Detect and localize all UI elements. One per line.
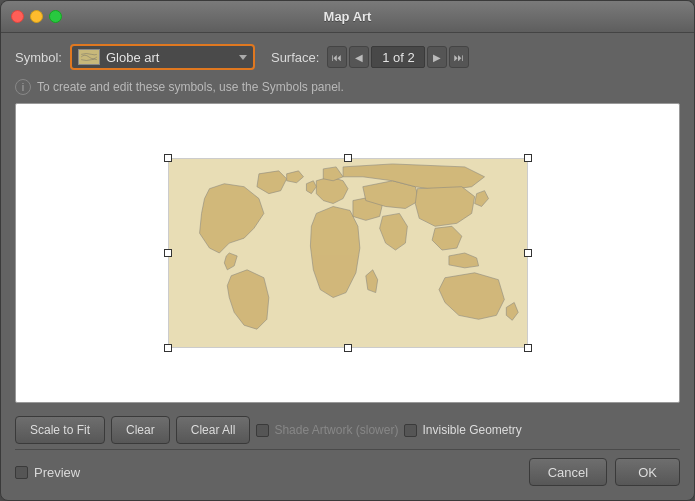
maximize-button[interactable] [49, 10, 62, 23]
surface-prev-button[interactable]: ◀ [349, 46, 369, 68]
footer-row: Preview Cancel OK [15, 449, 680, 490]
info-icon: i [15, 79, 31, 95]
preview-option: Preview [15, 465, 80, 480]
preview-checkbox[interactable] [15, 466, 28, 479]
cancel-button[interactable]: Cancel [529, 458, 607, 486]
symbol-name: Globe art [106, 50, 233, 65]
shade-artwork-label: Shade Artwork (slower) [274, 423, 398, 437]
title-bar: Map Art [1, 1, 694, 33]
invisible-geometry-label: Invisible Geometry [422, 423, 521, 437]
clear-button[interactable]: Clear [111, 416, 170, 444]
invisible-geometry-option: Invisible Geometry [404, 423, 521, 437]
dialog-window: Map Art Symbol: Globe art Surface: [0, 0, 695, 501]
info-row: i To create and edit these symbols, use … [15, 79, 680, 95]
dialog-content: Symbol: Globe art Surface: ⏮ ◀ 1 of 2 [1, 33, 694, 500]
symbol-row: Symbol: Globe art Surface: ⏮ ◀ 1 of 2 [15, 43, 680, 71]
shade-artwork-checkbox[interactable] [256, 424, 269, 437]
handle-bc[interactable] [344, 344, 352, 352]
symbol-dropdown[interactable]: Globe art [70, 44, 255, 70]
shade-artwork-option: Shade Artwork (slower) [256, 423, 398, 437]
surface-navigation: ⏮ ◀ 1 of 2 ▶ ⏭ [327, 46, 469, 68]
handle-ml[interactable] [164, 249, 172, 257]
handle-tr[interactable] [524, 154, 532, 162]
handle-br[interactable] [524, 344, 532, 352]
canvas-area [15, 103, 680, 403]
surface-label: Surface: [271, 50, 319, 65]
surface-last-button[interactable]: ⏭ [449, 46, 469, 68]
map-container [168, 158, 528, 348]
dropdown-arrow-icon [239, 55, 247, 60]
map-image [168, 158, 528, 348]
clear-all-button[interactable]: Clear All [176, 416, 251, 444]
symbol-thumbnail [78, 49, 100, 65]
handle-tc[interactable] [344, 154, 352, 162]
info-text: To create and edit these symbols, use th… [37, 80, 344, 94]
footer-buttons: Cancel OK [529, 458, 680, 486]
minimize-button[interactable] [30, 10, 43, 23]
window-title: Map Art [324, 9, 372, 24]
scale-to-fit-button[interactable]: Scale to Fit [15, 416, 105, 444]
handle-bl[interactable] [164, 344, 172, 352]
handle-tl[interactable] [164, 154, 172, 162]
ok-button[interactable]: OK [615, 458, 680, 486]
bottom-buttons-row: Scale to Fit Clear Clear All Shade Artwo… [15, 413, 680, 447]
surface-next-button[interactable]: ▶ [427, 46, 447, 68]
world-map-svg [169, 159, 527, 347]
surface-counter: 1 of 2 [371, 46, 425, 68]
surface-first-button[interactable]: ⏮ [327, 46, 347, 68]
invisible-geometry-checkbox[interactable] [404, 424, 417, 437]
handle-mr[interactable] [524, 249, 532, 257]
close-button[interactable] [11, 10, 24, 23]
symbol-label: Symbol: [15, 50, 62, 65]
preview-label: Preview [34, 465, 80, 480]
traffic-lights [11, 10, 62, 23]
